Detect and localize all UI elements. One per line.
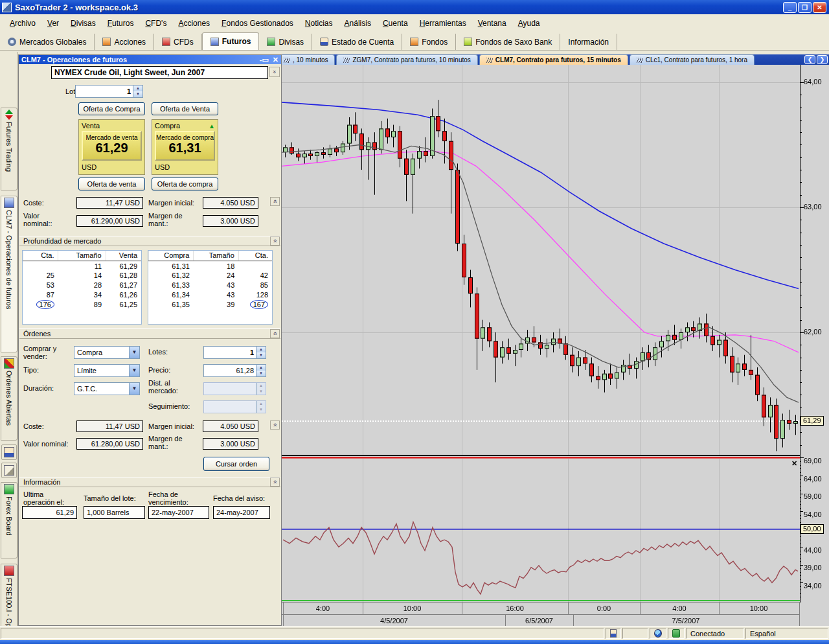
cursar-orden-button[interactable]: Cursar orden <box>203 457 269 471</box>
menu-an-lisis[interactable]: Análisis <box>339 17 377 30</box>
tab-informaci-n[interactable]: Información <box>560 34 617 50</box>
fecha-aviso-field: 24-may-2007 <box>213 506 270 519</box>
tab-mercados-globales[interactable]: Mercados Globales <box>0 34 95 50</box>
tab-acciones[interactable]: Acciones <box>95 34 154 50</box>
info-section-header[interactable]: Información <box>19 477 280 487</box>
buy-market-button[interactable]: Mercado de compra 61,31 <box>155 131 215 161</box>
oferta-compra-top-button[interactable]: Oferta de Compra <box>78 102 145 115</box>
module-tab-bar: Mercados GlobalesAccionesCFDsFuturosDivi… <box>0 32 829 51</box>
chart-tab--10-minutos[interactable]: , 10 minutos <box>282 54 335 65</box>
buy-price-box: Compra ▲ Mercado de compra 61,31 USD <box>152 119 218 175</box>
depth-table-buy[interactable]: CompraTamañoCta.61,311861,32244261,33438… <box>148 250 273 325</box>
pin-icon[interactable]: -▭ <box>260 56 269 64</box>
candlestick-chart-canvas[interactable] <box>282 65 829 627</box>
depth-section-header[interactable]: Profundidad de mercado <box>19 236 280 246</box>
menu-futuros[interactable]: Futuros <box>102 17 140 30</box>
margen-inicial-field: 4.050 USD <box>203 197 258 209</box>
collapse-depth-button[interactable]: » <box>270 236 280 246</box>
sub-axis-label: 44,00 <box>804 546 822 554</box>
depth-col-tamao[interactable]: Tamaño <box>194 251 238 261</box>
menu-cuenta[interactable]: Cuenta <box>377 17 414 30</box>
tab-divisas[interactable]: Divisas <box>259 34 312 50</box>
panel-close-icon[interactable]: ✕ <box>273 56 278 64</box>
menu-divisas[interactable]: Divisas <box>65 17 102 30</box>
depth-cell: 24 <box>194 271 238 281</box>
oferta-venta-bottom-button[interactable]: Oferta de venta <box>78 178 145 190</box>
table-row[interactable]: 61,3539167 <box>149 300 273 310</box>
menu-bar: ArchivoVerDivisasFuturosCFD'sAccionesFon… <box>0 14 829 32</box>
tab-scroll-right-button[interactable]: ❯ <box>817 55 828 64</box>
lots-spinner-arrows[interactable]: ▲▼ <box>133 86 142 97</box>
table-row[interactable]: 1768961,25 <box>23 300 142 310</box>
tab-fondos-de-saxo-bank[interactable]: Fondos de Saxo Bank <box>456 34 560 50</box>
sub-axis-label: 39,00 <box>804 564 822 571</box>
chart-tab-clc1-contrato-para-futuros-1-hora[interactable]: CLc1, Contrato para futuros, 1 hora <box>630 54 755 65</box>
lots-spinner[interactable]: 1 ▲▼ <box>75 85 143 98</box>
menu-acciones[interactable]: Acciones <box>172 17 216 30</box>
menu-noticias[interactable]: Noticias <box>299 17 339 30</box>
depth-col-venta[interactable]: Venta <box>106 251 141 261</box>
side-tab-futures-trading[interactable]: Futures Trading <box>1 108 17 190</box>
orders-lotes-spinner[interactable]: 1 ▲▼ <box>203 346 266 359</box>
collapse-info-button[interactable]: » <box>270 477 280 487</box>
duracion-combo[interactable]: G.T.C.▼ <box>74 382 140 395</box>
tab-scroll-left-button[interactable]: ❮ <box>804 55 815 64</box>
collapse-trade-section-button[interactable]: » <box>270 197 280 206</box>
title-bar: SaxoTrader 2 - workspace.ok.3 _ ❐ ✕ <box>0 0 829 14</box>
table-row[interactable]: 61,3443128 <box>149 290 273 300</box>
collapse-orders-cost-button[interactable]: » <box>270 420 280 430</box>
oferta-venta-top-button[interactable]: Oferta de Venta <box>152 102 218 115</box>
table-row[interactable]: 532861,27 <box>23 281 142 290</box>
tipo-combo[interactable]: Límite▼ <box>74 364 140 377</box>
close-button[interactable]: ✕ <box>813 2 826 13</box>
table-row[interactable]: 1161,29 <box>23 261 142 271</box>
menu-ventana[interactable]: Ventana <box>472 17 512 30</box>
table-row[interactable]: 873461,26 <box>23 290 142 300</box>
sell-market-button[interactable]: Mercado de venta 61,29 <box>82 131 142 161</box>
depth-col-cta[interactable]: Cta. <box>238 251 272 261</box>
menu-cfd-s[interactable]: CFD's <box>139 17 172 30</box>
side-tab-clm7-operaciones-de-futuros[interactable]: CLM7 - Operaciones de futuros <box>1 196 17 352</box>
dist-mercado-label: Dist. al mercado: <box>148 379 200 395</box>
orders-section-header[interactable]: Órdenes <box>19 328 280 339</box>
side-tab-forex-board[interactable]: Forex Board <box>1 482 17 558</box>
depth-col-compra[interactable]: Compra <box>149 251 194 261</box>
precio-spinner[interactable]: 61,28 ▲▼ <box>203 364 266 377</box>
chart-tab-zgm7-contrato-para-futuros-10-minutos[interactable]: ZGM7, Contrato para futuros, 10 minutos <box>336 54 477 65</box>
panel-title-bar[interactable]: CLM7 - Operaciones de futuros -▭ ✕ <box>19 55 281 64</box>
tab-futuros[interactable]: Futuros <box>202 32 260 50</box>
menu-archivo[interactable]: Archivo <box>4 17 41 30</box>
chart-tab-clm7-contrato-para-futuros-15-minutos[interactable]: CLM7, Contrato para futuros, 15 minutos <box>479 54 628 65</box>
instrument-field[interactable]: NYMEX Crude Oil, Light Sweet, Jun 2007 <box>51 66 268 79</box>
subchart-close-icon[interactable]: ✕ <box>791 459 797 468</box>
minimize-button[interactable]: _ <box>783 2 797 13</box>
person-note-side-button[interactable] <box>1 444 17 460</box>
seguimiento-label: Seguimiento: <box>148 402 190 410</box>
instrument-expand-button[interactable]: » <box>269 67 280 77</box>
comprar-vender-combo[interactable]: Compra▼ <box>74 346 140 359</box>
margen-mant-field: 3.000 USD <box>203 215 258 227</box>
depth-col-cta[interactable]: Cta. <box>23 251 58 261</box>
collapse-orders-button[interactable]: » <box>270 329 280 338</box>
news-side-button[interactable] <box>1 463 17 478</box>
restore-button[interactable]: ❐ <box>798 2 812 13</box>
menu-herramientas[interactable]: Herramientas <box>414 17 472 30</box>
tab-fondos[interactable]: Fondos <box>402 34 456 50</box>
sell-price: 61,29 <box>83 141 141 154</box>
depth-table-sell[interactable]: Cta.TamañoVenta1161,29251461,28532861,27… <box>22 250 142 325</box>
precio-arrows[interactable]: ▲▼ <box>256 365 266 376</box>
table-row[interactable]: 61,334385 <box>149 281 273 290</box>
menu-ayuda[interactable]: Ayuda <box>512 17 546 30</box>
menu-fondos-gestionados[interactable]: Fondos Gestionados <box>216 17 299 30</box>
side-tab-ordenes-abiertas[interactable]: Ordenes Abiertas <box>1 356 17 441</box>
table-row[interactable]: 61,322442 <box>149 271 273 281</box>
depth-cell: 61,34 <box>149 290 194 300</box>
tab-estado-de-cuenta[interactable]: Estado de Cuenta <box>312 34 402 50</box>
tab-cfds[interactable]: CFDs <box>154 34 202 50</box>
oferta-compra-bottom-button[interactable]: Oferta de compra <box>152 178 218 190</box>
table-row[interactable]: 251461,28 <box>23 271 142 281</box>
menu-ver[interactable]: Ver <box>41 17 65 30</box>
depth-col-tamao[interactable]: Tamaño <box>58 251 106 261</box>
table-row[interactable]: 61,3118 <box>149 261 273 271</box>
orders-lotes-arrows[interactable]: ▲▼ <box>256 347 266 358</box>
